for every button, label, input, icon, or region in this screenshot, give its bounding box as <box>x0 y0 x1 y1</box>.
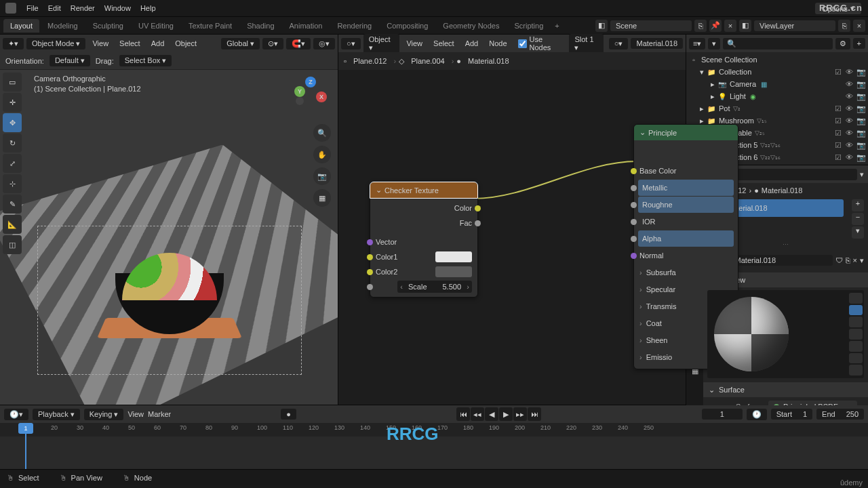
timeline-type-dropdown[interactable]: 🕐▾ <box>4 409 28 420</box>
blender-logo-icon[interactable] <box>5 3 16 14</box>
tl-marker-menu[interactable]: Marker <box>148 410 171 418</box>
ne-menu-add[interactable]: Add <box>461 39 483 47</box>
preview-fluid-icon[interactable] <box>849 365 863 375</box>
color2-swatch[interactable] <box>435 266 472 277</box>
start-frame-field[interactable]: Start1 <box>771 409 812 420</box>
socket-out-fac[interactable]: Fac <box>370 216 477 230</box>
preview-cloth-icon[interactable] <box>849 353 863 364</box>
axis-y-icon[interactable]: Y <box>294 86 305 97</box>
tool-cursor[interactable]: ✛ <box>3 93 22 112</box>
add-workspace-button[interactable]: + <box>551 22 563 30</box>
socket-base-color[interactable]: Base Color <box>634 163 738 179</box>
drag-action-dropdown[interactable]: Select Box ▾ <box>119 55 172 66</box>
tool-rotate[interactable]: ↻ <box>3 134 22 152</box>
outliner-type-dropdown[interactable]: ≡▾ <box>689 38 705 49</box>
material-fake-user-icon[interactable]: 🛡 <box>835 256 843 264</box>
pivot-dropdown[interactable]: ⊙▾ <box>262 38 283 49</box>
material-name-input[interactable] <box>731 255 833 266</box>
outliner-display-dropdown[interactable]: ▾ <box>708 38 720 49</box>
vp-menu-add[interactable]: Add <box>147 39 169 47</box>
props-options-dropdown[interactable]: ▾ <box>860 170 864 179</box>
scale-increment-icon[interactable]: › <box>464 283 472 291</box>
node-graph-canvas[interactable]: ⌄ Checker Texture Color Fac Vector Color… <box>338 70 686 405</box>
node-editor-type-dropdown[interactable]: ○▾ <box>341 38 361 49</box>
vp-menu-object[interactable]: Object <box>171 39 201 47</box>
material-nodes-icon[interactable]: ▾ <box>860 256 864 265</box>
scale-number-field[interactable]: ‹ Scale 5.500 › <box>397 281 472 293</box>
outliner-new-collection[interactable]: + <box>853 38 865 49</box>
slider-ior[interactable]: IOR <box>638 214 734 230</box>
jump-start-button[interactable]: ⏮ <box>456 407 470 421</box>
camera-view-button[interactable]: 📷 <box>313 167 331 185</box>
tl-view-menu[interactable]: View <box>127 410 144 418</box>
scene-name-field[interactable]: Scene <box>610 20 692 31</box>
play-reverse-button[interactable]: ◀ <box>485 407 498 421</box>
preview-cube-icon[interactable] <box>849 317 863 327</box>
slider-metallic[interactable]: Metallic <box>638 180 734 196</box>
tool-annotate[interactable]: ✎ <box>3 195 22 214</box>
socket-in-vector[interactable]: Vector <box>370 235 477 249</box>
scene-delete-icon[interactable]: × <box>724 20 736 32</box>
vp-menu-select[interactable]: Select <box>115 39 144 47</box>
snap-dropdown[interactable]: 🧲▾ <box>286 38 311 49</box>
shader-type-dropdown[interactable]: Object ▾ <box>363 34 400 54</box>
tool-measure[interactable]: 📐 <box>3 215 22 234</box>
preview-shader-icon[interactable] <box>849 341 863 352</box>
tab-uv-editing[interactable]: UV Editing <box>132 19 180 33</box>
tab-animation[interactable]: Animation <box>283 19 330 33</box>
ne-menu-node[interactable]: Node <box>485 39 511 47</box>
playhead[interactable]: 1 <box>25 423 26 469</box>
play-button[interactable]: ▶ <box>499 407 513 421</box>
tab-modeling[interactable]: Modeling <box>41 19 85 33</box>
preview-sphere-icon[interactable] <box>849 305 863 316</box>
mode-dropdown[interactable]: Object Mode ▾ <box>26 38 85 49</box>
transform-orient-dropdown[interactable]: Global ▾ <box>221 38 260 49</box>
menu-file[interactable]: File <box>22 4 43 12</box>
breadcrumb-material[interactable]: Material.018 <box>464 56 513 66</box>
breadcrumb-mesh[interactable]: Plane.004 <box>407 56 449 66</box>
outliner-search[interactable]: 🔍 <box>723 38 832 49</box>
tab-geometry-nodes[interactable]: Geometry Nodes <box>436 19 506 33</box>
tool-orientation-dropdown[interactable]: Default ▾ <box>50 55 90 66</box>
end-frame-field[interactable]: End250 <box>816 409 864 420</box>
node-header-bsdf[interactable]: ⌄ Principle <box>634 125 738 140</box>
tree-light[interactable]: ▸💡Light◉👁📷 <box>686 90 868 102</box>
viewlayer-new-icon[interactable]: ⎘ <box>838 20 850 32</box>
ne-menu-view[interactable]: View <box>402 39 427 47</box>
material-slot-remove[interactable]: − <box>852 213 864 225</box>
preview-flat-icon[interactable] <box>849 293 863 304</box>
socket-in-color2[interactable]: Color2 <box>370 264 477 279</box>
node-header-checker[interactable]: ⌄ Checker Texture <box>370 182 477 198</box>
viewlayer-name-field[interactable]: ViewLayer <box>754 20 835 31</box>
tab-sculpting[interactable]: Sculpting <box>86 19 130 33</box>
viewlayer-browse-icon[interactable]: ◧ <box>739 20 751 32</box>
tab-scripting[interactable]: Scripting <box>507 19 550 33</box>
nav-gizmo[interactable]: Z Y X <box>290 77 331 117</box>
jump-end-button[interactable]: ⏭ <box>528 407 541 421</box>
axis-neg-icon[interactable] <box>296 97 304 105</box>
menu-edit[interactable]: Edit <box>43 4 66 12</box>
menu-render[interactable]: Render <box>66 4 100 12</box>
vp-menu-view[interactable]: View <box>88 39 113 47</box>
ne-menu-select[interactable]: Select <box>429 39 458 47</box>
socket-normal[interactable]: Normal <box>634 247 738 264</box>
tl-playback-menu[interactable]: Playback ▾ <box>33 409 80 420</box>
menu-window[interactable]: Window <box>100 4 136 12</box>
use-nodes-checkbox[interactable]: Use Nodes <box>514 35 567 52</box>
next-key-button[interactable]: ▸▸ <box>513 407 527 421</box>
breadcrumb-object[interactable]: Plane.012 <box>349 56 391 66</box>
tab-texture-paint[interactable]: Texture Paint <box>182 19 239 33</box>
outliner-filter-button[interactable]: ⚙ <box>835 38 850 49</box>
axis-x-icon[interactable]: X <box>316 92 327 102</box>
tree-camera[interactable]: ▸📷Camera▦👁📷 <box>686 78 868 90</box>
color1-swatch[interactable] <box>435 251 472 262</box>
material-slot-add[interactable]: + <box>852 199 864 211</box>
pan-button[interactable]: ✋ <box>313 146 331 163</box>
tool-transform[interactable]: ⊹ <box>3 174 22 193</box>
node-checker-texture[interactable]: ⌄ Checker Texture Color Fac Vector Color… <box>370 182 478 298</box>
material-copy-icon[interactable]: ⎘ <box>846 256 850 264</box>
material-slot-dropdown[interactable]: Slot 1 ▾ <box>569 34 603 54</box>
slider-alpha[interactable]: Alpha <box>638 230 734 247</box>
expand-subsurface[interactable]: Subsurfa <box>634 264 738 281</box>
material-browse-dropdown[interactable]: ○▾ <box>609 38 629 49</box>
